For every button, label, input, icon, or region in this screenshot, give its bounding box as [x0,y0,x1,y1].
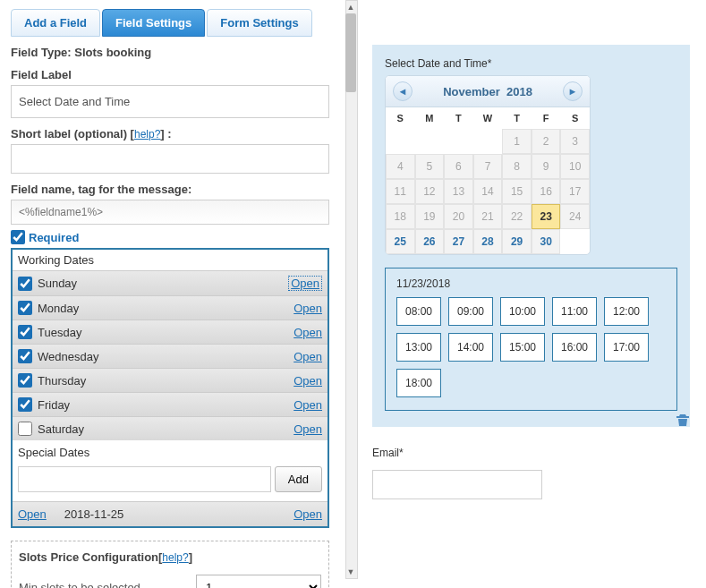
fieldname-label: Field name, tag for the message: [11,183,329,196]
cal-day: 9 [532,154,561,179]
cal-year: 2018 [506,85,532,98]
day-open-link[interactable]: Open [293,422,322,436]
short-label-help-link[interactable]: help? [134,128,160,141]
cal-day[interactable]: 28 [473,229,503,254]
cal-day[interactable]: 30 [532,229,561,254]
day-row: MondayOpen [13,295,327,320]
cal-day: 10 [560,154,590,179]
cal-day[interactable]: 24 [560,204,590,229]
day-row: WednesdayOpen [13,344,327,368]
time-slot[interactable]: 09:00 [448,297,493,326]
working-title: Working Dates [13,250,327,270]
email-input[interactable] [372,470,542,499]
cal-dow: W [473,107,503,129]
slots-box: 11/23/2018 08:0009:0010:0011:0012:0013:0… [385,268,677,411]
time-slot[interactable]: 16:00 [552,333,597,362]
cal-day: 8 [502,154,532,179]
special-date-input[interactable] [18,466,271,492]
day-checkbox[interactable] [18,397,32,412]
trash-icon[interactable] [676,413,692,429]
scrollbar-thumb[interactable] [345,13,356,92]
tab-add-field[interactable]: Add a Field [11,9,100,37]
time-slot[interactable]: 13:00 [396,333,441,362]
field-label-input[interactable] [11,85,329,118]
cal-day[interactable]: 25 [386,229,415,254]
scroll-down-icon[interactable]: ▼ [345,567,356,577]
day-open-link[interactable]: Open [293,374,322,388]
tab-form-settings[interactable]: Form Settings [207,9,311,37]
day-open-link[interactable]: Open [293,350,322,363]
day-checkbox[interactable] [18,349,32,363]
short-label-colon: : [165,127,172,141]
required-checkbox[interactable] [11,230,25,244]
time-slot[interactable]: 12:00 [604,297,649,326]
short-label-input[interactable] [11,144,329,174]
time-slot[interactable]: 15:00 [500,333,545,362]
cal-day: 19 [415,204,445,229]
cal-dow: S [560,107,590,129]
email-label: Email* [372,447,706,459]
time-slot[interactable]: 14:00 [448,333,493,362]
price-title: Slots Price Configuration[help?] [19,550,321,564]
cal-day: 13 [444,179,473,204]
day-row: TuesdayOpen [13,320,327,344]
scroll-up-icon[interactable]: ▲ [345,2,356,13]
cal-dow: S [386,107,415,129]
field-label-label: Field Label [11,68,329,81]
price-title-text: Slots Price Configuration [19,550,158,564]
add-special-date-button[interactable]: Add [275,466,322,492]
selected-date-label: 11/23/2018 [396,277,666,290]
cal-day: 15 [502,179,532,204]
time-slot[interactable]: 18:00 [396,369,441,397]
calendar-prev-icon[interactable]: ◄ [393,81,413,101]
cal-day[interactable]: 23 [532,204,561,229]
day-name: Wednesday [38,350,98,363]
cal-day[interactable]: 29 [502,229,532,254]
day-checkbox[interactable] [18,373,32,388]
cal-day: 3 [560,129,590,154]
cal-empty [415,129,445,154]
min-slots-label: Min slots to be selected [19,581,140,588]
day-checkbox[interactable] [18,325,32,339]
time-slot[interactable]: 17:00 [604,333,649,362]
day-open-link[interactable]: Open [293,398,322,412]
preview-panel: Select Date and Time* ◄ November 2018 ► … [372,45,690,427]
day-open-link[interactable]: Open [293,326,322,339]
cal-empty [386,129,415,154]
time-slot[interactable]: 11:00 [552,297,597,326]
day-checkbox[interactable] [18,301,32,315]
day-name: Friday [38,398,70,412]
min-slots-select[interactable]: 1 [196,575,321,588]
preview-field-label: Select Date and Time* [385,57,677,70]
price-help-link[interactable]: help? [162,551,188,564]
day-name: Tuesday [38,326,81,339]
day-open-link[interactable]: Open [293,302,322,315]
fieldname-input[interactable] [11,200,329,225]
special-open-left[interactable]: Open [18,507,47,521]
cal-day: 16 [532,179,561,204]
cal-day: 20 [444,204,473,229]
cal-day: 18 [386,204,415,229]
cal-day[interactable]: 26 [415,229,445,254]
cal-day: 14 [473,179,503,204]
special-open-right[interactable]: Open [293,507,322,521]
special-dates-title: Special Dates [13,440,327,461]
time-slot[interactable]: 08:00 [396,297,441,326]
short-label-text: Short label (optional) [11,127,127,141]
cal-dow: T [444,107,473,129]
day-open-link[interactable]: Open [288,276,322,291]
left-scrollbar[interactable]: ▲ ▼ [345,0,358,579]
day-row: SundayOpen [13,270,327,295]
cal-day: 6 [444,154,473,179]
field-type-title: Field Type: Slots booking [11,46,329,59]
time-slot[interactable]: 10:00 [500,297,545,326]
day-checkbox[interactable] [18,277,32,291]
short-label-label: Short label (optional) [help?] : [11,127,329,141]
slots-price-box: Slots Price Configuration[help?] Min slo… [11,541,329,588]
cal-dow: F [532,107,561,129]
cal-day: 4 [386,154,415,179]
day-checkbox[interactable] [18,422,32,436]
tab-field-settings[interactable]: Field Settings [102,9,205,37]
cal-day[interactable]: 27 [444,229,473,254]
calendar-next-icon[interactable]: ► [563,81,583,101]
